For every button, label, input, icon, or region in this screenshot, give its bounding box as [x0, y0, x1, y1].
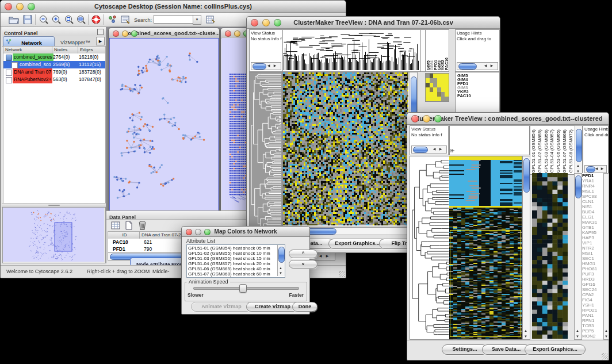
save-icon[interactable] — [22, 14, 33, 25]
tv2-row-label[interactable]: RNR4 — [582, 183, 603, 189]
zoom-fit-icon[interactable] — [76, 14, 86, 25]
network-tree-row[interactable]: RNAPuberNov2+563(0)107847(0) — [3, 76, 105, 83]
tv1-column-label[interactable]: PAC10 — [445, 58, 449, 70]
search-input[interactable] — [154, 15, 195, 24]
scroll-up-arrow[interactable]: ▲ — [603, 328, 609, 334]
scroll-right-arrow[interactable]: ▶ — [489, 63, 495, 68]
tv2-row-label[interactable]: BUD4 — [582, 209, 603, 214]
scrollbar-thumb[interactable] — [575, 175, 582, 198]
scrollbar-thumb[interactable] — [458, 63, 477, 70]
tv2-settings-button[interactable]: Settings... — [442, 344, 488, 355]
tv1-usage-hscrollbar[interactable]: ◀ ▶ — [457, 62, 498, 70]
mini-heatmap-cell[interactable] — [441, 78, 445, 83]
tv2-row-label[interactable]: RPO21 — [582, 308, 603, 313]
close-button[interactable] — [5, 3, 12, 10]
tv2-column-label[interactable]: GPL51-01 (GSM854) — [531, 129, 536, 173]
attribute-list-item[interactable]: GPL51-04 (GSM857) heat shock 20 min — [187, 261, 285, 266]
close-button[interactable] — [113, 30, 119, 37]
mini-heatmap-cell[interactable] — [441, 87, 445, 92]
tv1-row-dendrogram[interactable] — [249, 72, 283, 235]
network-view-title-bar[interactable]: combined_scores_good.txt--cluste... — [109, 28, 219, 39]
tv2-heatmap[interactable] — [449, 156, 522, 340]
open-file-icon[interactable] — [9, 14, 19, 25]
tv2-row-label[interactable]: RPN1 — [582, 318, 603, 323]
close-button[interactable] — [411, 115, 419, 122]
mini-heatmap-cell[interactable] — [441, 97, 445, 101]
tab-overflow-arrow[interactable]: ▶ — [96, 37, 105, 45]
delete-attribute-trash-icon[interactable] — [137, 220, 147, 231]
tv2-row-label[interactable]: HMG1 — [582, 261, 603, 266]
tv2-row-label[interactable]: PHO81 — [582, 266, 603, 271]
tv1-heatmap[interactable] — [282, 72, 410, 227]
zoom-window-button[interactable] — [434, 115, 442, 122]
treeview2-title-bar[interactable]: ClusterMaker TreeView : combined_scores_… — [407, 113, 609, 125]
scroll-right-arrow[interactable]: ▶ — [272, 63, 278, 68]
tv2-row-label[interactable]: CPA2 — [582, 292, 603, 297]
zoom-in-icon[interactable] — [51, 14, 62, 25]
minimize-button[interactable] — [234, 30, 240, 37]
float-panel-icon[interactable] — [97, 29, 104, 35]
minimize-button[interactable] — [262, 19, 270, 26]
scroll-right-arrow[interactable]: ▶ — [438, 146, 443, 152]
tv2-row-label[interactable]: ELG1 — [582, 214, 603, 220]
animate-vizmap-button[interactable]: Animate Vizmap — [191, 302, 252, 312]
mini-heatmap-cell[interactable] — [441, 83, 445, 87]
network-tree-row[interactable]: combined_sco2569(6)13112(15) — [3, 61, 105, 68]
scrollbar-thumb[interactable] — [278, 247, 285, 263]
scroll-up-arrow[interactable]: ▲ — [575, 163, 581, 168]
tv2-status-hscrollbar[interactable]: ◀ ▶ — [411, 145, 447, 154]
tv2-column-label[interactable]: GPL51-08 (GSM872) — [569, 129, 573, 173]
tv1-export-graphics-button[interactable]: Export Graphics... — [328, 239, 386, 249]
column-header-network[interactable]: Network — [3, 47, 52, 53]
tv2-save-data-button[interactable]: Save Data... — [482, 344, 530, 355]
create-vizmap-button[interactable]: Create Vizmap — [246, 302, 299, 312]
tv2-row-label[interactable]: NIS1 — [582, 204, 603, 209]
tv2-right-vscrollbar[interactable]: ▲ ▼ — [603, 173, 609, 340]
tv1-column-dendrogram[interactable] — [282, 29, 421, 72]
tv2-column-label[interactable]: GPL51-07 (GSM868) — [563, 129, 567, 173]
close-button[interactable] — [251, 19, 258, 26]
tv2-row-label[interactable]: KAP95 — [582, 230, 603, 235]
tv2-export-graphics-button[interactable]: Export Graphics... — [525, 344, 586, 355]
scroll-up-arrow[interactable]: ▲ — [523, 328, 529, 334]
tv2-labels-vscrollbar[interactable]: ▲ ▼ — [574, 173, 582, 340]
mini-heatmap-cell[interactable] — [445, 83, 449, 87]
scroll-right-arrow[interactable]: ▶ — [599, 166, 605, 171]
window-resize-grip[interactable] — [339, 271, 345, 277]
minimize-button[interactable] — [16, 3, 24, 10]
tv2-row-label[interactable]: YRA1 — [582, 178, 603, 183]
mini-heatmap-cell[interactable] — [445, 92, 449, 97]
tv2-row-label[interactable]: SEC1 — [582, 256, 603, 261]
dialog-title-bar[interactable]: Map Colors to Network — [182, 227, 309, 237]
column-header-id[interactable]: ID — [108, 232, 140, 239]
tv2-heatmap-vscrollbar[interactable]: ▲ ▼ — [522, 156, 530, 340]
tv2-row-label[interactable]: PUF3 — [582, 271, 603, 277]
tv2-row-label[interactable]: GTB1 — [582, 225, 603, 230]
mini-heatmap-cell[interactable] — [441, 74, 445, 78]
scroll-down-arrow[interactable]: ▼ — [575, 334, 580, 339]
tv2-row-label[interactable]: PAN1 — [582, 313, 603, 318]
column-header-edges[interactable]: Edges — [78, 47, 105, 53]
zoom-window-button[interactable] — [28, 3, 35, 10]
minimize-button[interactable] — [122, 30, 128, 37]
scrollbar-thumb[interactable] — [413, 147, 428, 153]
tv2-row-dendrogram[interactable] — [410, 156, 450, 340]
zoom-window-button[interactable] — [274, 19, 281, 26]
scroll-left-arrow[interactable]: ◀ — [266, 63, 271, 68]
tv2-row-label[interactable]: SEC24 — [582, 287, 603, 292]
tv2-row-label[interactable]: FIG4 — [582, 297, 603, 302]
tv2-row-label[interactable]: PFD1 — [582, 173, 603, 178]
move-down-button[interactable]: v — [289, 260, 318, 269]
tv2-row-label[interactable]: SPC98 — [582, 194, 603, 199]
zoom-selected-icon[interactable] — [64, 14, 74, 25]
tv2-column-label[interactable]: GPL51-03 (GSM856) — [544, 129, 549, 173]
tv2-column-label[interactable]: GPL51-04 (GSM857) — [550, 129, 554, 173]
tv2-row-label[interactable]: HRD3 — [582, 277, 603, 282]
close-button[interactable] — [225, 30, 231, 37]
search-dropdown-button[interactable]: ▼ — [193, 15, 201, 25]
minimize-button[interactable] — [195, 229, 201, 235]
mini-heatmap-cell[interactable] — [445, 78, 449, 83]
help-lifering-icon[interactable] — [91, 14, 101, 25]
tv2-column-dendrogram[interactable] — [449, 125, 530, 155]
attribute-list-item[interactable]: GPL51-02 (GSM855) heat shock 10 min — [187, 251, 285, 256]
